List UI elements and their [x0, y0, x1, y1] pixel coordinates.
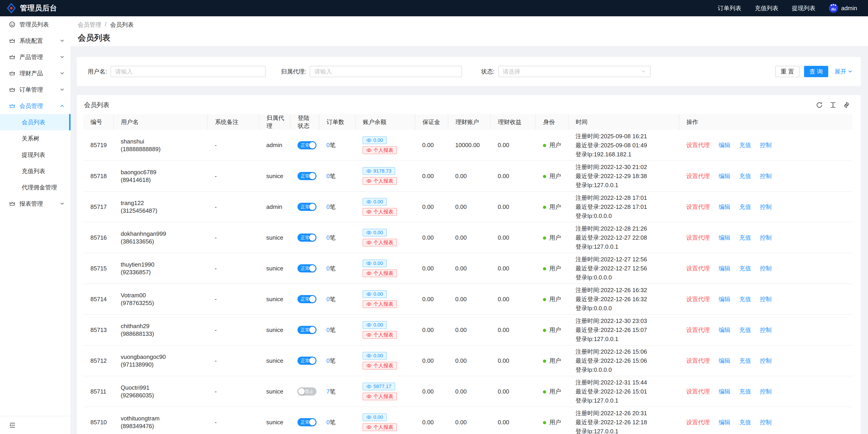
recharge-link[interactable]: 充值 — [739, 203, 751, 210]
balance-badge[interactable]: 0.00 — [363, 321, 387, 329]
breadcrumb-parent[interactable]: 会员管理 — [78, 21, 101, 29]
personal-report-badge[interactable]: 个人报表 — [363, 331, 397, 339]
set-agent-link[interactable]: 设置代理 — [686, 173, 710, 179]
finance-profit-value: 0.00 — [498, 388, 509, 395]
set-agent-link[interactable]: 设置代理 — [686, 388, 710, 395]
sidebar-item-6[interactable]: 报表管理 — [0, 196, 70, 212]
reset-button[interactable]: 重 置 — [775, 66, 800, 77]
sidebar-subitem-0[interactable]: 会员列表 — [0, 114, 70, 131]
personal-report-badge[interactable]: 个人报表 — [363, 239, 397, 247]
set-agent-link[interactable]: 设置代理 — [686, 203, 710, 210]
balance-badge[interactable]: 0.00 — [363, 352, 387, 359]
personal-report-badge[interactable]: 个人报表 — [363, 177, 397, 185]
column-height-icon[interactable] — [830, 102, 836, 108]
login-status-toggle[interactable]: 正常 — [298, 141, 316, 149]
edit-link[interactable]: 编辑 — [719, 173, 730, 179]
menu-fold-icon[interactable] — [9, 422, 16, 429]
edit-link[interactable]: 编辑 — [719, 234, 730, 241]
settings-gear-icon[interactable] — [843, 102, 850, 108]
sidebar-item-5[interactable]: 会员管理 — [0, 98, 70, 114]
sidebar-item-0[interactable]: 管理员列表 — [0, 16, 70, 33]
sidebar-item-3[interactable]: 理财产品 — [0, 65, 70, 82]
balance-badge[interactable]: 0.00 — [363, 413, 387, 421]
personal-report-badge[interactable]: 个人报表 — [363, 362, 397, 370]
balance-badge[interactable]: 0.00 — [363, 198, 387, 206]
status-select[interactable]: 请选择 — [498, 66, 651, 77]
edit-link[interactable]: 编辑 — [719, 203, 730, 210]
recharge-link[interactable]: 充值 — [739, 296, 751, 302]
header-nav-order-list[interactable]: 订单列表 — [718, 4, 741, 12]
recharge-link[interactable]: 充值 — [739, 142, 751, 148]
personal-report-badge[interactable]: 个人报表 — [363, 393, 397, 400]
control-link[interactable]: 控制 — [760, 234, 772, 241]
recharge-link[interactable]: 充值 — [739, 357, 751, 364]
set-agent-link[interactable]: 设置代理 — [686, 296, 710, 302]
set-agent-link[interactable]: 设置代理 — [686, 357, 710, 364]
edit-link[interactable]: 编辑 — [719, 419, 730, 426]
control-link[interactable]: 控制 — [760, 265, 772, 272]
sidebar-item-4[interactable]: 订单管理 — [0, 82, 70, 98]
set-agent-link[interactable]: 设置代理 — [686, 234, 710, 241]
login-status-toggle[interactable]: 正常 — [298, 264, 316, 272]
status-dot — [543, 236, 546, 240]
control-link[interactable]: 控制 — [760, 173, 772, 179]
balance-badge[interactable]: 9178.73 — [363, 167, 395, 175]
balance-badge[interactable]: 5877.17 — [363, 383, 395, 390]
control-link[interactable]: 控制 — [760, 357, 772, 364]
personal-report-badge[interactable]: 个人报表 — [363, 146, 397, 154]
sidebar-subitem-4[interactable]: 代理佣金管理 — [0, 179, 70, 196]
recharge-link[interactable]: 充值 — [739, 234, 751, 241]
set-agent-link[interactable]: 设置代理 — [686, 419, 710, 426]
sidebar-subitem-1[interactable]: 关系树 — [0, 131, 70, 147]
login-status-toggle[interactable]: 正常 — [298, 357, 316, 365]
edit-link[interactable]: 编辑 — [719, 388, 730, 395]
recharge-link[interactable]: 充值 — [739, 173, 751, 179]
login-status-toggle[interactable]: 正常 — [298, 233, 316, 242]
login-status-toggle[interactable]: 正常 — [298, 203, 316, 211]
control-link[interactable]: 控制 — [760, 388, 772, 395]
personal-report-badge[interactable]: 个人报表 — [363, 208, 397, 215]
set-agent-link[interactable]: 设置代理 — [686, 326, 710, 333]
sidebar-item-label: 报表管理 — [20, 200, 43, 208]
login-status-toggle[interactable]: 正常 — [298, 295, 316, 303]
header-nav-withdraw-list[interactable]: 提现列表 — [792, 4, 815, 12]
search-button[interactable]: 查 询 — [804, 66, 828, 77]
personal-report-badge[interactable]: 个人报表 — [363, 269, 397, 277]
control-link[interactable]: 控制 — [760, 419, 772, 426]
recharge-link[interactable]: 充值 — [739, 326, 751, 333]
login-status-toggle[interactable]: 禁止 — [298, 387, 316, 396]
control-link[interactable]: 控制 — [760, 296, 772, 302]
edit-link[interactable]: 编辑 — [719, 326, 730, 333]
sidebar-subitem-2[interactable]: 提现列表 — [0, 147, 70, 163]
user-menu[interactable]: du admin — [829, 4, 857, 13]
personal-report-badge[interactable]: 个人报表 — [363, 423, 397, 431]
recharge-link[interactable]: 充值 — [739, 388, 751, 395]
edit-link[interactable]: 编辑 — [719, 357, 730, 364]
edit-link[interactable]: 编辑 — [719, 296, 730, 302]
username-input[interactable] — [111, 66, 266, 77]
header-nav-recharge-list[interactable]: 充值列表 — [755, 4, 778, 12]
set-agent-link[interactable]: 设置代理 — [686, 142, 710, 148]
personal-report-badge[interactable]: 个人报表 — [363, 300, 397, 308]
balance-badge[interactable]: 0.00 — [363, 290, 387, 298]
recharge-link[interactable]: 充值 — [739, 419, 751, 426]
control-link[interactable]: 控制 — [760, 203, 772, 210]
sidebar-item-2[interactable]: 产品管理 — [0, 49, 70, 65]
login-status-toggle[interactable]: 正常 — [298, 418, 316, 426]
edit-link[interactable]: 编辑 — [719, 142, 730, 148]
set-agent-link[interactable]: 设置代理 — [686, 265, 710, 272]
login-status-toggle[interactable]: 正常 — [298, 172, 316, 180]
recharge-link[interactable]: 充值 — [739, 265, 751, 272]
agent-input[interactable] — [310, 66, 462, 77]
balance-badge[interactable]: 0.00 — [363, 137, 387, 144]
balance-badge[interactable]: 0.00 — [363, 229, 387, 236]
reload-icon[interactable] — [816, 102, 823, 108]
control-link[interactable]: 控制 — [760, 326, 772, 333]
edit-link[interactable]: 编辑 — [719, 265, 730, 272]
control-link[interactable]: 控制 — [760, 142, 772, 148]
sidebar-item-1[interactable]: 系统配置 — [0, 33, 70, 49]
login-status-toggle[interactable]: 正常 — [298, 326, 316, 334]
expand-link[interactable]: 展开 — [835, 68, 852, 76]
balance-badge[interactable]: 0.00 — [363, 260, 387, 267]
sidebar-subitem-3[interactable]: 充值列表 — [0, 163, 70, 179]
